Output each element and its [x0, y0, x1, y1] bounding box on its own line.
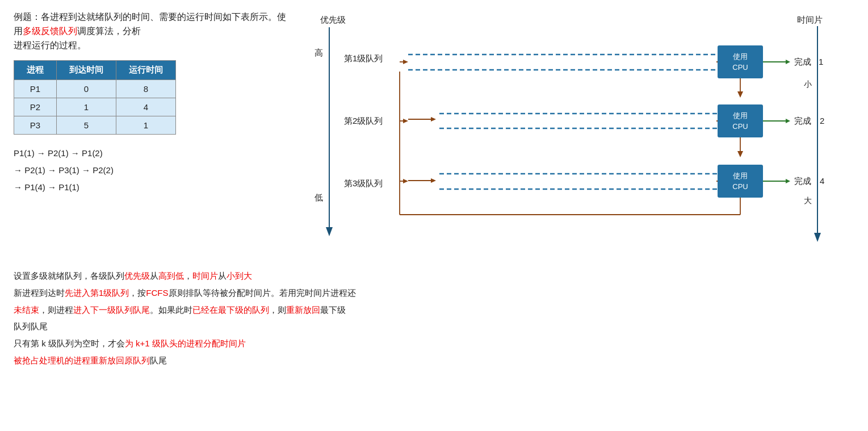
svg-marker-5: [431, 117, 436, 122]
svg-marker-15: [403, 60, 408, 64]
ts-4: 4: [820, 176, 824, 186]
example-title-highlight: 多级反馈队列: [23, 26, 77, 36]
svg-marker-4: [737, 91, 743, 98]
large-label: 大: [804, 196, 812, 205]
desc-line4: 队列队尾: [14, 319, 854, 334]
cpu-box-2: [718, 104, 763, 137]
desc-l5-h1: 为 k+1 级队头的进程: [125, 338, 203, 348]
top-section: 例题：各进程到达就绪队列的时间、需要的运行时间如下表所示。使用多级反馈队列调度算…: [14, 10, 854, 259]
desc-l1-h1: 优先级: [124, 271, 150, 281]
desc-l6-h1: 重新放回原队列: [90, 355, 150, 365]
svg-text:CPU: CPU: [732, 122, 748, 131]
cell-p2-name: P2: [14, 98, 57, 116]
desc-l4: 队列队尾: [14, 321, 48, 331]
schedule-steps: P1(1) → P2(1) → P1(2) → P2(1) → P3(1) → …: [14, 145, 286, 196]
step-1: P1(1) → P2(1) → P1(2): [14, 145, 286, 162]
desc-l2-m2: 原则排队等待被分配时间片。若用完时间片进程还: [169, 288, 356, 298]
main-container: 例题：各进程到达就绪队列的时间、需要的运行时间如下表所示。使用多级反馈队列调度算…: [14, 10, 854, 370]
desc-line3: 未结束，则进程进入下一级队列队尾。如果此时已经在最下级的队列，则重新放回最下级: [14, 302, 854, 318]
desc-l5-h2: 分配时间片: [203, 338, 246, 348]
desc-l2-m1: ，按: [129, 288, 146, 298]
svg-marker-3: [786, 60, 790, 64]
desc-l1-h4: 小到大: [227, 271, 252, 281]
right-diagram: 优先级 时间片 高 低 第1级队列 使用: [309, 10, 854, 259]
done-label-1: 完成: [794, 57, 811, 66]
cell-p1-name: P1: [14, 80, 57, 98]
svg-text:CPU: CPU: [732, 182, 748, 191]
svg-text:CPU: CPU: [732, 63, 748, 72]
svg-marker-8: [786, 119, 790, 123]
svg-marker-17: [403, 119, 408, 123]
desc-l1-h2: 高到低: [158, 271, 184, 281]
cpu-box-3: [718, 165, 763, 198]
desc-l3-m1: ，则进程: [39, 305, 73, 315]
queue1-label: 第1级队列: [344, 53, 383, 63]
cell-p1-arrival: 0: [57, 80, 116, 98]
cpu-box-1: [718, 45, 763, 78]
desc-l3-h3: 重新放回: [286, 305, 320, 315]
desc-l6-pre: 被抢占处理机的进程: [14, 355, 90, 365]
queue3-label: 第3级队列: [344, 178, 383, 188]
desc-l3-m2: 。如果此时: [150, 305, 192, 315]
desc-l3-pre: 未结束: [14, 305, 39, 315]
step-2: → P2(1) → P3(1) → P2(2): [14, 162, 286, 179]
timeslice-label: 时间片: [797, 15, 823, 24]
example-title: 例题：各进程到达就绪队列的时间、需要的运行时间如下表所示。使用多级反馈队列调度算…: [14, 10, 286, 52]
desc-l1-m2: ，: [184, 271, 192, 281]
ts-1: 1: [819, 57, 823, 66]
svg-text:使用: 使用: [733, 171, 748, 180]
col-header-runtime: 运行时间: [116, 61, 176, 80]
table-row: P1 0 8: [14, 80, 176, 98]
cell-p2-arrival: 1: [57, 98, 116, 116]
step-3: → P1(4) → P1(1): [14, 179, 286, 196]
col-header-arrival: 到达时间: [57, 61, 116, 80]
left-panel: 例题：各进程到达就绪队列的时间、需要的运行时间如下表所示。使用多级反馈队列调度算…: [14, 10, 292, 196]
example-title-text2: 调度算法，分析: [77, 26, 141, 36]
bottom-description: 设置多级就绪队列，各级队列优先级从高到低，时间片从小到大 新进程到达时先进入第1…: [14, 268, 854, 370]
desc-l1-pre: 设置多级就绪队列，各级队列: [14, 271, 124, 281]
ts-2: 2: [820, 116, 824, 125]
high-label: 高: [315, 48, 323, 57]
done-label-3: 完成: [794, 176, 811, 186]
desc-l3-h1: 进入下一级队列队尾: [73, 305, 150, 315]
desc-l3-m3: ，则: [269, 305, 286, 315]
desc-line6: 被抢占处理机的进程重新放回原队列队尾: [14, 353, 854, 369]
small-label: 小: [804, 79, 812, 89]
desc-l5-pre: 只有第 k 级队列为空时，才会: [14, 338, 125, 348]
done-label-2: 完成: [794, 116, 811, 125]
cell-p1-runtime: 8: [116, 80, 176, 98]
svg-marker-13: [786, 179, 790, 183]
timeslice-arrow-head: [814, 233, 821, 242]
cell-p3-name: P3: [14, 116, 57, 135]
desc-line2: 新进程到达时先进入第1级队列，按FCFS原则排队等待被分配时间片。若用完时间片进…: [14, 285, 854, 301]
desc-l2-h1: 先进入第1级队列: [65, 288, 129, 298]
desc-l6-suf: 队尾: [150, 355, 167, 365]
low-label: 低: [315, 193, 323, 202]
cell-p2-runtime: 4: [116, 98, 176, 116]
process-table: 进程 到达时间 运行时间 P1 0 8 P2 1 4: [14, 60, 176, 135]
svg-text:使用: 使用: [733, 52, 748, 61]
desc-l1-m3: 从: [218, 271, 227, 281]
desc-l1-m1: 从: [150, 271, 158, 281]
table-row: P3 5 1: [14, 116, 176, 135]
table-row: P2 1 4: [14, 98, 176, 116]
cell-p3-arrival: 5: [57, 116, 116, 135]
desc-l3-m4: 最下级: [320, 305, 346, 315]
desc-l2-pre: 新进程到达时: [14, 288, 65, 298]
priority-arrow-head: [326, 227, 333, 236]
queue2-label: 第2级队列: [344, 116, 383, 125]
example-title-text3: 进程运行的过程。: [14, 40, 86, 50]
desc-line1: 设置多级就绪队列，各级队列优先级从高到低，时间片从小到大: [14, 268, 854, 284]
cell-p3-runtime: 1: [116, 116, 176, 135]
svg-text:使用: 使用: [733, 111, 748, 120]
diagram-svg: 优先级 时间片 高 低 第1级队列 使用: [309, 10, 831, 257]
desc-line5: 只有第 k 级队列为空时，才会为 k+1 级队头的进程分配时间片: [14, 336, 854, 352]
svg-marker-10: [431, 178, 436, 183]
col-header-process: 进程: [14, 61, 57, 80]
svg-marker-9: [737, 151, 743, 157]
desc-l2-h2: FCFS: [146, 288, 168, 298]
desc-l3-h2: 已经在最下级的队列: [192, 305, 269, 315]
priority-label: 优先级: [320, 15, 346, 24]
desc-l1-h3: 时间片: [192, 271, 218, 281]
svg-marker-19: [403, 179, 408, 183]
